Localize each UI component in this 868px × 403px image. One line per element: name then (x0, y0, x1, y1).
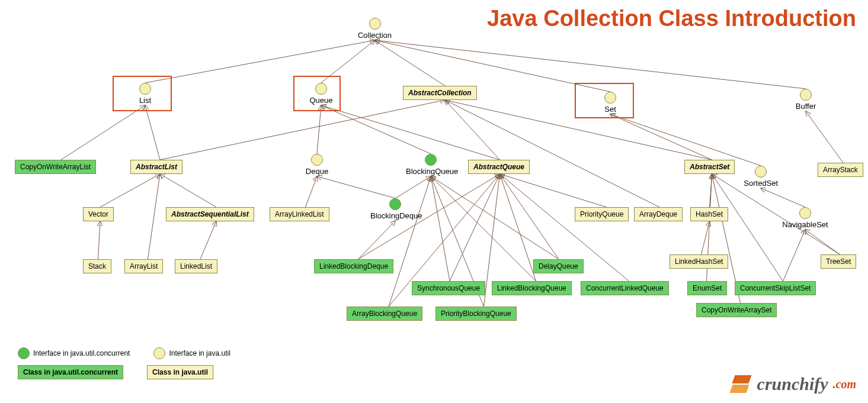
node-label: BlockingQueue (406, 167, 456, 176)
node-List: List (133, 83, 157, 105)
node-Collection: Collection (355, 18, 394, 40)
circle-icon (311, 154, 323, 166)
node-ArrayList: ArrayList (124, 259, 163, 273)
node-AbstractSet: AbstractSet (684, 160, 735, 174)
svg-line-11 (445, 100, 500, 160)
node-AbstractList: AbstractList (130, 160, 182, 174)
svg-line-1 (321, 40, 375, 83)
circle-icon (755, 166, 767, 178)
svg-line-4 (375, 40, 806, 89)
svg-line-8 (317, 105, 321, 154)
svg-line-25 (761, 188, 805, 207)
node-LinkedBlockingQueue: LinkedBlockingQueue (492, 281, 572, 295)
node-label: AbstractCollection (403, 86, 477, 100)
node-label: PriorityQueue (575, 207, 629, 221)
svg-line-13 (445, 100, 712, 160)
svg-line-26 (98, 221, 101, 259)
node-DelayQueue: DelayQueue (533, 259, 584, 273)
node-label: CopyOnWriteArrayList (15, 160, 96, 174)
node-label: SynchronousQueue (412, 281, 485, 295)
node-BlockingDeque: BlockingDeque (370, 198, 421, 220)
node-PriorityBlockingQueue: PriorityBlockingQueue (435, 307, 517, 321)
svg-line-17 (160, 174, 216, 207)
circle-icon (369, 18, 381, 30)
svg-line-6 (145, 105, 160, 160)
node-label: ArrayLinkedList (270, 207, 329, 221)
node-label: AbstractSequentialList (166, 207, 254, 221)
node-label: Deque (305, 167, 329, 176)
svg-line-27 (200, 221, 216, 259)
node-LinkedHashSet: LinkedHashSet (670, 254, 728, 269)
svg-line-10 (321, 105, 500, 160)
circle-icon (799, 207, 811, 219)
node-SortedSet: SortedSet (744, 166, 779, 188)
node-NavigableSet: NavigableSet (782, 207, 828, 229)
node-label: ArrayStack (818, 163, 863, 177)
node-label: EnumSet (687, 281, 727, 295)
node-label: ConcurrentSkipListSet (735, 281, 816, 295)
circle-icon (139, 83, 151, 95)
svg-line-23 (445, 100, 659, 207)
node-label: LinkedHashSet (670, 254, 728, 269)
node-ConcurrentLinkedQueue: ConcurrentLinkedQueue (581, 281, 669, 295)
svg-line-16 (100, 174, 160, 207)
svg-line-9 (321, 105, 431, 154)
svg-line-5 (61, 105, 145, 160)
svg-line-33 (805, 230, 840, 254)
node-CopyOnWriteArrayList: CopyOnWriteArrayList (15, 160, 96, 174)
node-label: CopyOnWriteArraySet (696, 303, 777, 317)
node-CopyOnWriteArraySet: CopyOnWriteArraySet (696, 303, 777, 317)
node-label: AbstractQueue (468, 160, 530, 174)
edges-layer (0, 0, 868, 403)
node-LinkedBlockingDeque: LinkedBlockingDeque (314, 259, 393, 273)
svg-line-36 (450, 174, 500, 281)
node-label: LinkedBlockingQueue (492, 281, 572, 295)
node-label: AbstractSet (684, 160, 735, 174)
node-label: BlockingDeque (370, 211, 421, 220)
circle-icon (425, 154, 437, 166)
node-label: ArrayList (124, 259, 163, 273)
svg-line-38 (500, 174, 536, 281)
node-label: ArrayBlockingQueue (347, 307, 422, 321)
node-HashSet: HashSet (690, 207, 728, 221)
node-label: Set (598, 105, 622, 114)
node-ConcurrentSkipListSet: ConcurrentSkipListSet (735, 281, 816, 295)
svg-line-20 (317, 176, 395, 198)
node-label: DelayQueue (533, 259, 584, 273)
node-AbstractSequentialList: AbstractSequentialList (166, 207, 254, 221)
node-BlockingQueue: BlockingQueue (406, 154, 456, 176)
node-ArrayStack: ArrayStack (818, 163, 863, 177)
node-label: SortedSet (744, 179, 779, 188)
circle-icon (800, 89, 812, 101)
node-label: List (133, 96, 157, 105)
node-Set: Set (598, 92, 622, 114)
node-Vector: Vector (83, 207, 114, 221)
node-label: Buffer (794, 102, 818, 111)
node-label: ConcurrentLinkedQueue (581, 281, 669, 295)
node-ArrayLinkedList: ArrayLinkedList (270, 207, 329, 221)
node-TreeSet: TreeSet (821, 254, 856, 269)
node-ArrayDeque: ArrayDeque (634, 207, 683, 221)
node-EnumSet: EnumSet (687, 281, 727, 295)
node-label: HashSet (690, 207, 728, 221)
node-label: AbstractList (130, 160, 182, 174)
node-Buffer: Buffer (794, 89, 818, 111)
node-ArrayBlockingQueue: ArrayBlockingQueue (347, 307, 422, 321)
svg-line-15 (806, 111, 843, 163)
svg-line-3 (375, 40, 611, 92)
svg-line-14 (610, 114, 761, 166)
svg-line-42 (783, 230, 806, 281)
node-label: LinkedBlockingDeque (314, 259, 393, 273)
node-label: Collection (355, 31, 394, 40)
circle-icon (315, 83, 327, 95)
node-AbstractQueue: AbstractQueue (468, 160, 530, 174)
node-label: PriorityBlockingQueue (435, 307, 517, 321)
node-label: Vector (83, 207, 114, 221)
svg-line-0 (145, 40, 375, 83)
node-label: LinkedList (175, 259, 217, 273)
circle-icon (604, 92, 616, 104)
node-label: Stack (83, 259, 111, 273)
svg-line-12 (610, 114, 712, 160)
circle-icon (389, 198, 401, 210)
node-Deque: Deque (305, 154, 329, 176)
